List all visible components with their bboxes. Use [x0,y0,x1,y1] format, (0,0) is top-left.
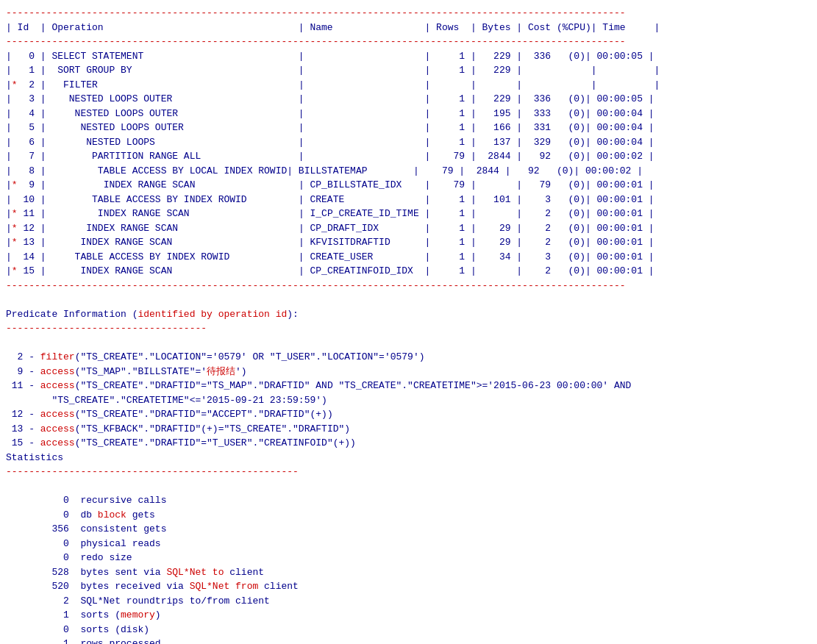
top-divider: ----------------------------------------… [6,7,626,18]
stat-consistent: 356 consistent gets [6,523,166,534]
row-5: | 5 | NESTED LOOPS OUTER | | 1 | 166 | 3… [6,122,654,133]
pred-12: 12 - access("TS_CREATE"."DRAFTID"="ACCEP… [6,409,333,420]
pred-15: 15 - access("TS_CREATE"."DRAFTID"="T_USE… [6,437,356,448]
stat-sorts-disk: 0 sorts (disk) [6,624,149,635]
stat-rows: 1 rows processed [6,638,161,644]
pred-2: 2 - filter("TS_CREATE"."LOCATION"='0579'… [6,351,425,362]
row-0: | 0 | SELECT STATEMENT | | 1 | 229 | 336… [6,51,654,62]
row-7: | 7 | PARTITION RANGE ALL | | 79 | 2844 … [6,151,654,162]
predicate-divider: ----------------------------------- [6,323,207,334]
row-15: |* 15 | INDEX RANGE SCAN | CP_CREATINFOI… [6,265,654,276]
row-10: | 10 | TABLE ACCESS BY INDEX ROWID | CRE… [6,194,654,205]
row-8: | 8 | TABLE ACCESS BY LOCAL INDEX ROWID|… [6,165,643,176]
pred-13: 13 - access("TS_KFBACK"."DRAFTID"(+)="TS… [6,423,350,434]
row-12: |* 12 | INDEX RANGE SCAN | CP_DRAFT_IDX … [6,223,654,234]
bottom-divider: ----------------------------------------… [6,280,626,291]
row-1: | 1 | SORT GROUP BY | | 1 | 229 | | | [6,65,660,76]
execution-plan: ----------------------------------------… [6,6,811,644]
row-6: | 6 | NESTED LOOPS | | 1 | 137 | 329 (0)… [6,137,654,148]
row-13: |* 13 | INDEX RANGE SCAN | KFVISITDRAFTI… [6,237,654,248]
row-2: |* 2 | FILTER | | | | | | [6,79,660,90]
row-3: | 3 | NESTED LOOPS OUTER | | 1 | 229 | 3… [6,93,654,104]
predicate-title: Predicate Information (identified by ope… [6,309,299,320]
row-11: |* 11 | INDEX RANGE SCAN | I_CP_CREATE_I… [6,208,654,219]
row-9: |* 9 | INDEX RANGE SCAN | CP_BILLSTATE_I… [6,179,654,190]
stat-roundtrips: 2 SQL*Net roundtrips to/from client [6,595,270,607]
stat-sorts-memory: 1 sorts (memory) [6,609,161,620]
pred-11a: 11 - access("TS_CREATE"."DRAFTID"="TS_MA… [6,380,631,391]
stat-db-block: 0 db block gets [6,509,155,520]
stat-sent: 528 bytes sent via SQL*Net to client [6,567,264,578]
header-row: | Id | Operation | Name | Rows | Bytes |… [6,22,660,33]
row-4: | 4 | NESTED LOOPS OUTER | | 1 | 195 | 3… [6,108,654,119]
statistics-title: Statistics [6,452,63,463]
stat-physical: 0 physical reads [6,538,161,549]
pred-11b: "TS_CREATE"."CREATETIME"<='2015-09-21 23… [6,395,327,406]
stats-divider: ----------------------------------------… [6,466,299,477]
stat-recursive: 0 recursive calls [6,495,166,506]
stat-redo: 0 redo size [6,552,132,563]
pred-9: 9 - access("TS_MAP"."BILLSTATE"='待报结') [6,366,247,377]
stat-received: 520 bytes received via SQL*Net from clie… [6,581,299,592]
row-14: | 14 | TABLE ACCESS BY INDEX ROWID | CRE… [6,251,654,262]
header-divider: ----------------------------------------… [6,36,626,47]
